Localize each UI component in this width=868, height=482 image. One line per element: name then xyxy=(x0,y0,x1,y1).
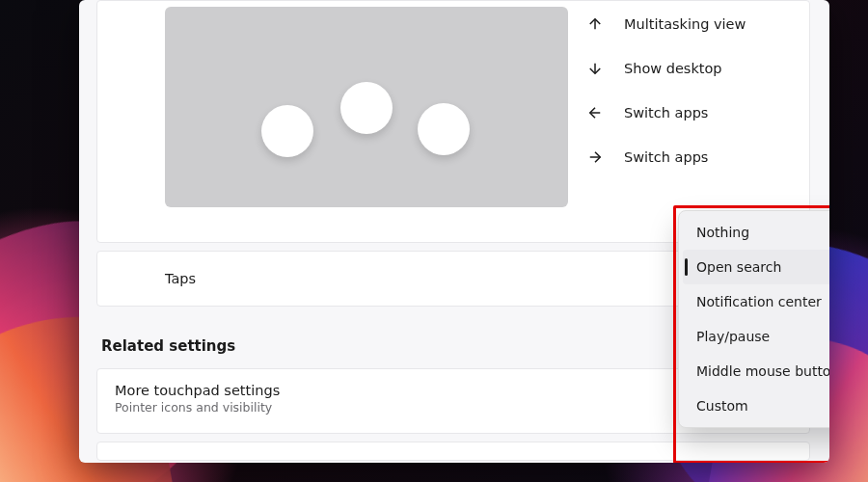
dropdown-option-play-pause[interactable]: Play/pause xyxy=(683,319,829,354)
dropdown-option-middle-mouse[interactable]: Middle mouse button xyxy=(683,354,829,388)
finger-dot xyxy=(340,82,393,134)
arrow-down-icon xyxy=(585,59,605,78)
finger-dot xyxy=(418,103,470,155)
arrow-left-icon xyxy=(585,103,605,122)
three-finger-gesture-card: Multitasking view Show desktop Switch ap… xyxy=(96,0,810,243)
dropdown-option-label: Middle mouse button xyxy=(696,363,829,379)
gesture-swipe-right[interactable]: Switch apps xyxy=(585,147,813,167)
dropdown-option-open-search[interactable]: Open search xyxy=(683,250,829,284)
settings-row[interactable] xyxy=(96,442,810,461)
settings-window: Multitasking view Show desktop Switch ap… xyxy=(79,0,829,463)
gesture-label: Show desktop xyxy=(624,61,722,76)
finger-dot xyxy=(261,105,313,157)
gesture-label: Multitasking view xyxy=(624,16,746,32)
gesture-preview-box xyxy=(165,7,568,207)
gesture-swipe-down[interactable]: Show desktop xyxy=(585,59,813,78)
dropdown-option-nothing[interactable]: Nothing xyxy=(683,215,829,250)
related-settings-heading: Related settings xyxy=(101,337,235,355)
dropdown-option-label: Notification center xyxy=(696,294,822,309)
gesture-swipe-up[interactable]: Multitasking view xyxy=(585,14,813,34)
gesture-action-dropdown: Nothing Open search Notification center … xyxy=(678,210,829,428)
dropdown-option-custom[interactable]: Custom xyxy=(683,388,829,423)
dropdown-option-label: Play/pause xyxy=(696,329,770,344)
gesture-direction-list: Multitasking view Show desktop Switch ap… xyxy=(585,14,813,167)
arrow-right-icon xyxy=(585,147,605,167)
taps-label: Taps xyxy=(165,271,196,286)
gesture-swipe-left[interactable]: Switch apps xyxy=(585,103,813,122)
dropdown-option-label: Open search xyxy=(696,259,781,275)
dropdown-option-notification-center[interactable]: Notification center xyxy=(683,284,829,319)
dropdown-option-label: Nothing xyxy=(696,225,749,240)
dropdown-option-label: Custom xyxy=(696,398,748,414)
gesture-label: Switch apps xyxy=(624,149,708,165)
gesture-label: Switch apps xyxy=(624,105,708,120)
arrow-up-icon xyxy=(585,14,605,34)
